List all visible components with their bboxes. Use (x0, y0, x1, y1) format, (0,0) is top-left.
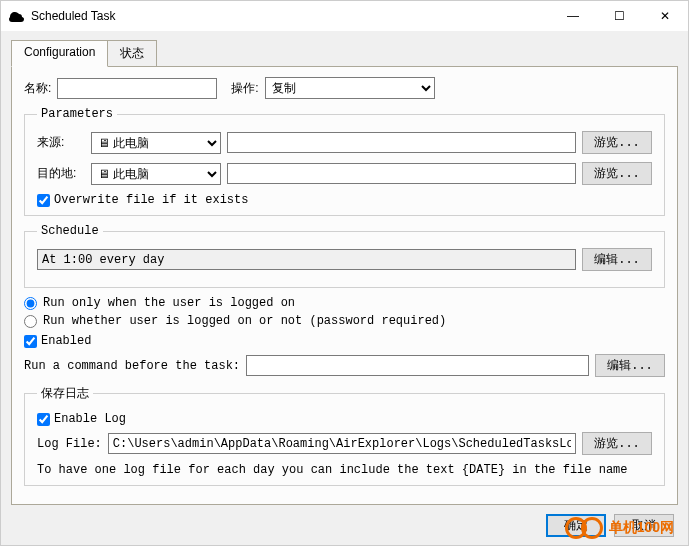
log-file-input[interactable] (108, 433, 576, 454)
name-input[interactable] (57, 78, 217, 99)
log-legend: 保存日志 (37, 385, 93, 402)
run-logged-on-label: Run only when the user is logged on (43, 296, 295, 310)
run-whether-radio[interactable]: Run whether user is logged on or not (pa… (24, 314, 665, 328)
schedule-legend: Schedule (37, 224, 103, 238)
overwrite-checkbox-input[interactable] (37, 194, 50, 207)
log-group: 保存日志 Enable Log Log File: 游览... To have … (24, 385, 665, 486)
parameters-legend: Parameters (37, 107, 117, 121)
dest-path-input[interactable] (227, 163, 576, 184)
dest-browse-button[interactable]: 游览... (582, 162, 652, 185)
source-select[interactable]: 🖥 此电脑 (91, 132, 221, 154)
close-button[interactable]: ✕ (642, 1, 688, 31)
command-row: Run a command before the task: 编辑... (24, 354, 665, 377)
name-row: 名称: 操作: 复制 (24, 77, 665, 99)
run-logged-on-radio[interactable]: Run only when the user is logged on (24, 296, 665, 310)
window: Scheduled Task — ☐ ✕ Configuration 状态 名称… (0, 0, 689, 546)
enable-log-input[interactable] (37, 413, 50, 426)
enable-log-checkbox[interactable]: Enable Log (37, 412, 652, 426)
app-icon (9, 8, 25, 24)
client-area: Configuration 状态 名称: 操作: 复制 Parameters 来… (1, 31, 688, 545)
command-label: Run a command before the task: (24, 359, 240, 373)
schedule-edit-button[interactable]: 编辑... (582, 248, 652, 271)
source-path-input[interactable] (227, 132, 576, 153)
minimize-button[interactable]: — (550, 1, 596, 31)
tab-status[interactable]: 状态 (107, 40, 157, 67)
enabled-checkbox[interactable]: Enabled (24, 334, 665, 348)
schedule-group: Schedule 编辑... (24, 224, 665, 288)
schedule-row: 编辑... (37, 248, 652, 271)
command-edit-button[interactable]: 编辑... (595, 354, 665, 377)
dest-select[interactable]: 🖥 此电脑 (91, 163, 221, 185)
window-controls: — ☐ ✕ (550, 1, 688, 31)
tab-configuration[interactable]: Configuration (11, 40, 108, 67)
command-input[interactable] (246, 355, 589, 376)
tab-strip: Configuration 状态 (11, 39, 678, 66)
maximize-button[interactable]: ☐ (596, 1, 642, 31)
ok-button[interactable]: 确定 (546, 514, 606, 537)
source-browse-button[interactable]: 游览... (582, 131, 652, 154)
source-label: 来源: (37, 134, 85, 151)
dest-label: 目的地: (37, 165, 85, 182)
overwrite-checkbox[interactable]: Overwrite file if it exists (37, 193, 652, 207)
run-whether-input[interactable] (24, 315, 37, 328)
operation-label: 操作: (231, 80, 258, 97)
overwrite-label: Overwrite file if it exists (54, 193, 248, 207)
window-title: Scheduled Task (31, 9, 550, 23)
cancel-button[interactable]: 取消 (614, 514, 674, 537)
run-whether-label: Run whether user is logged on or not (pa… (43, 314, 446, 328)
log-file-label: Log File: (37, 437, 102, 451)
log-browse-button[interactable]: 游览... (582, 432, 652, 455)
titlebar: Scheduled Task — ☐ ✕ (1, 1, 688, 31)
tab-panel-configuration: 名称: 操作: 复制 Parameters 来源: 🖥 此电脑 游览... (11, 66, 678, 505)
log-hint: To have one log file for each day you ca… (37, 463, 652, 477)
schedule-text (37, 249, 576, 270)
parameters-group: Parameters 来源: 🖥 此电脑 游览... 目的地: 🖥 此电脑 游览… (24, 107, 665, 216)
dest-row: 目的地: 🖥 此电脑 游览... (37, 162, 652, 185)
name-label: 名称: (24, 80, 51, 97)
enabled-label: Enabled (41, 334, 91, 348)
log-file-row: Log File: 游览... (37, 432, 652, 455)
enabled-checkbox-input[interactable] (24, 335, 37, 348)
run-options: Run only when the user is logged on Run … (24, 296, 665, 377)
enable-log-label: Enable Log (54, 412, 126, 426)
run-logged-on-input[interactable] (24, 297, 37, 310)
operation-select[interactable]: 复制 (265, 77, 435, 99)
source-row: 来源: 🖥 此电脑 游览... (37, 131, 652, 154)
dialog-buttons: 确定 取消 (546, 514, 674, 537)
